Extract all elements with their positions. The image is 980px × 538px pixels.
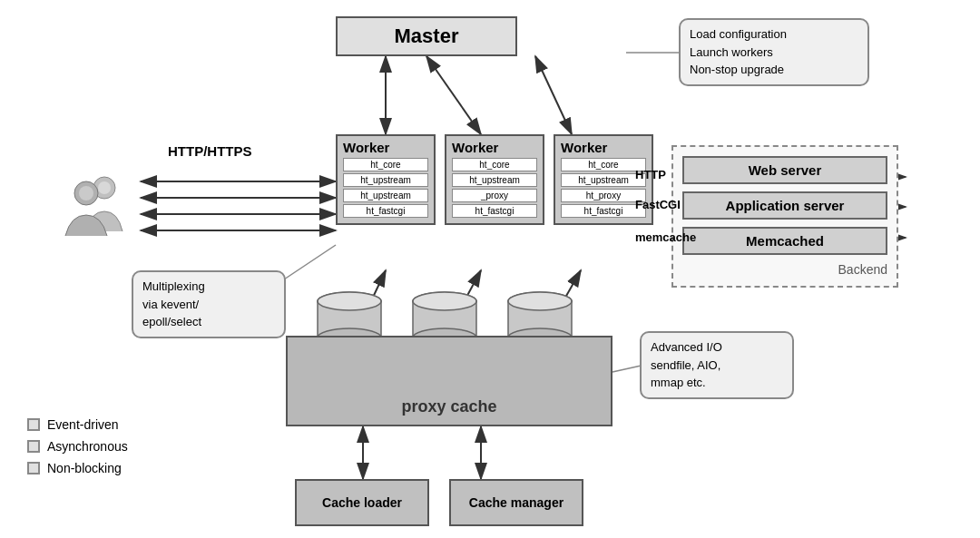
master-box: Master — [336, 16, 517, 56]
worker2-mod3: _proxy — [452, 189, 537, 202]
svg-point-27 — [318, 292, 381, 310]
worker2-mod4: ht_fastcgi — [452, 204, 537, 218]
svg-point-23 — [79, 186, 93, 201]
svg-point-31 — [413, 292, 476, 310]
legend-event-label: Event-driven — [47, 417, 119, 432]
worker3-title: Worker — [561, 140, 646, 155]
callout-master-info: Load configurationLaunch workersNon-stop… — [679, 18, 869, 86]
memcache-label: memcache — [635, 230, 696, 244]
legend-item-async: Asynchronous — [27, 439, 128, 454]
worker-box-1: Worker ht_core ht_upstream ht_upstream h… — [336, 134, 436, 225]
web-server-box: Web server — [682, 156, 887, 184]
svg-line-3 — [426, 56, 481, 134]
legend-square-async — [27, 440, 40, 453]
worker3-mod2: ht_upstream — [561, 173, 646, 187]
diagram: Master Worker ht_core ht_upstream ht_ups… — [0, 0, 980, 538]
memcached-box: Memcached — [682, 227, 887, 255]
callout-advanced-io-text: Advanced I/Osendfile, AIO,mmap etc. — [651, 340, 722, 389]
worker1-mod2: ht_upstream — [343, 173, 428, 187]
users-icon — [54, 168, 136, 240]
backend-container: Web server Application server Memcached … — [671, 145, 898, 288]
backend-label: Backend — [682, 262, 887, 277]
cache-loader-box: Cache loader — [295, 479, 429, 526]
callout-multiplexing-text: Multiplexingvia kevent/epoll/select — [142, 279, 205, 328]
cache-manager-label: Cache manager — [469, 495, 564, 510]
worker2-title: Worker — [452, 140, 537, 155]
cache-loader-label: Cache loader — [322, 495, 402, 510]
master-label: Master — [395, 24, 459, 48]
svg-point-35 — [508, 292, 572, 310]
legend-nonblocking-label: Non-blocking — [47, 461, 122, 475]
legend-square-event — [27, 418, 40, 431]
cache-manager-box: Cache manager — [449, 479, 583, 526]
worker1-mod3: ht_upstream — [343, 189, 428, 202]
app-server-box: Application server — [682, 191, 887, 220]
worker3-mod4: ht_fastcgi — [561, 204, 646, 218]
worker-box-2: Worker ht_core ht_upstream _proxy ht_fas… — [445, 134, 544, 225]
worker1-mod1: ht_core — [343, 158, 428, 171]
worker3-mod1: ht_core — [561, 158, 646, 171]
worker3-mod3: ht_proxy — [561, 189, 646, 202]
proxy-cache-box: proxy cache — [286, 336, 612, 426]
proxy-cache-label: proxy cache — [401, 397, 496, 417]
svg-point-21 — [98, 181, 111, 194]
callout-multiplexing: Multiplexingvia kevent/epoll/select — [132, 270, 286, 338]
http-https-label: HTTP/HTTPS — [168, 143, 252, 159]
legend-square-nonblocking — [27, 462, 40, 474]
worker1-title: Worker — [343, 140, 428, 155]
callout-master-text: Load configurationLaunch workersNon-stop… — [690, 27, 787, 76]
callout-advanced-io: Advanced I/Osendfile, AIO,mmap etc. — [640, 331, 794, 399]
worker2-mod1: ht_core — [452, 158, 537, 171]
legend-item-event: Event-driven — [27, 417, 128, 432]
svg-line-4 — [535, 56, 572, 134]
worker2-mod2: ht_upstream — [452, 173, 537, 187]
legend-item-nonblocking: Non-blocking — [27, 461, 128, 475]
http-label: HTTP — [635, 168, 666, 181]
legend-async-label: Asynchronous — [47, 439, 128, 454]
legend: Event-driven Asynchronous Non-blocking — [27, 417, 128, 483]
fastcgi-label: FastCGI — [635, 198, 681, 211]
worker1-mod4: ht_fastcgi — [343, 204, 428, 218]
